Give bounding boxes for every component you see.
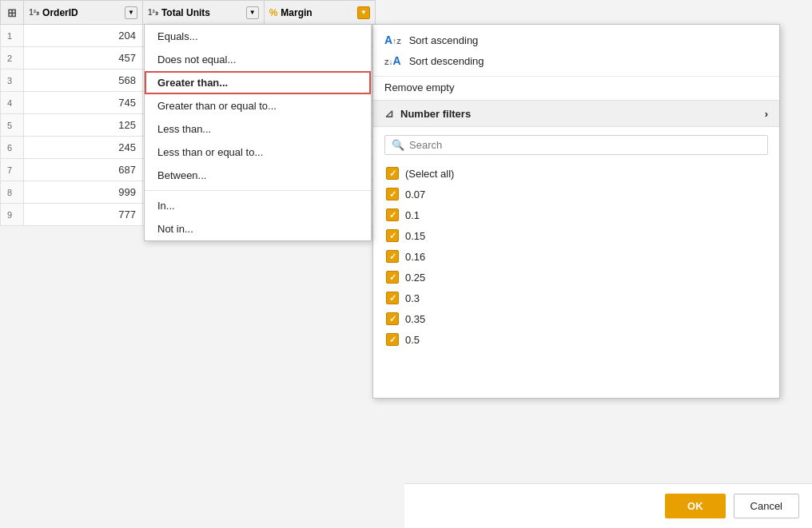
cell-orderid: 568: [24, 69, 143, 92]
cell-orderid: 457: [24, 47, 143, 69]
cell-orderid: 999: [24, 181, 143, 204]
filter-value-item[interactable]: 0.1: [384, 204, 768, 225]
table-grid-icon: ⊞: [7, 6, 17, 19]
funnel-icon: ⊿: [384, 107, 394, 120]
remove-empty-label: Remove empty: [384, 81, 454, 93]
filter-dropdown: Equals... Does not equal... Greater than…: [144, 24, 372, 241]
row-number: 1: [1, 25, 24, 47]
sort-ascending-icon: A↑Z: [384, 34, 401, 46]
column-header-orderid[interactable]: 1²₃ OrderID ▼: [24, 1, 143, 25]
filter-less-than-or-equal[interactable]: Less than or equal to...: [145, 141, 371, 164]
checkbox-v015: [386, 229, 399, 242]
checkbox-v035: [386, 312, 399, 325]
search-input[interactable]: [409, 139, 761, 151]
filter-between[interactable]: Between...: [145, 164, 371, 187]
right-panel: A↑Z Sort ascending Z↓A Sort descending R…: [372, 24, 780, 399]
search-box[interactable]: 🔍: [384, 135, 768, 155]
row-number: 7: [1, 159, 24, 181]
search-icon: 🔍: [392, 139, 404, 151]
column-header-margin[interactable]: % Margin ▼: [264, 1, 375, 25]
checkbox-v01: [386, 208, 399, 221]
row-number: 4: [1, 92, 24, 114]
sort-descending-label: Sort descending: [409, 55, 484, 67]
main-container: ⊞ 1²₃ OrderID ▼ 1²₃ Total Units ▼: [0, 0, 812, 528]
totalunits-type-icon: 1²₃: [148, 8, 158, 17]
cell-orderid: 777: [24, 204, 143, 226]
filter-not-in[interactable]: Not in...: [145, 217, 371, 240]
menu-separator: [145, 190, 371, 191]
sort-ascending-item[interactable]: A↑Z Sort ascending: [384, 30, 768, 50]
row-number: 5: [1, 114, 24, 137]
cell-orderid: 687: [24, 159, 143, 181]
filter-does-not-equal[interactable]: Does not equal...: [145, 48, 371, 71]
value-label-v03: 0.3: [405, 292, 420, 304]
cell-orderid: 125: [24, 114, 143, 137]
checkbox-v016: [386, 250, 399, 263]
filter-equals[interactable]: Equals...: [145, 25, 371, 48]
values-list: (Select all) 0.07 0.1 0.15 0.16 0.25 0.3…: [373, 163, 779, 350]
value-label-v016: 0.16: [405, 251, 425, 263]
sort-ascending-label: Sort ascending: [409, 34, 479, 46]
orderid-label: OrderID: [42, 7, 78, 18]
sort-section: A↑Z Sort ascending Z↓A Sort descending: [373, 25, 779, 77]
row-number: 8: [1, 181, 24, 204]
checkbox-select-all: [386, 167, 399, 180]
remove-empty-item[interactable]: Remove empty: [373, 77, 779, 101]
filter-value-item[interactable]: 0.07: [384, 184, 768, 204]
sort-descending-icon: Z↓A: [384, 54, 401, 67]
totalunits-label: Total Units: [161, 7, 210, 18]
value-label-v025: 0.25: [405, 272, 425, 284]
filter-value-item[interactable]: 0.5: [384, 329, 768, 350]
row-number: 6: [1, 137, 24, 159]
number-filters-row[interactable]: ⊿ Number filters ›: [373, 101, 779, 127]
value-label-v01: 0.1: [405, 209, 420, 221]
chevron-right-icon: ›: [765, 108, 768, 120]
checkbox-v03: [386, 292, 399, 304]
filter-value-item[interactable]: 0.35: [384, 308, 768, 329]
cell-orderid: 204: [24, 25, 143, 47]
value-label-v05: 0.5: [405, 334, 420, 346]
filter-value-item[interactable]: (Select all): [384, 163, 768, 184]
value-label-v015: 0.15: [405, 230, 425, 242]
value-label-v035: 0.35: [405, 313, 425, 325]
column-header-totalunits[interactable]: 1²₃ Total Units ▼: [143, 1, 265, 25]
value-label-v007: 0.07: [405, 189, 425, 200]
filter-value-item[interactable]: 0.15: [384, 225, 768, 246]
row-number: 3: [1, 69, 24, 92]
margin-dropdown-btn[interactable]: ▼: [357, 6, 370, 19]
cell-orderid: 245: [24, 137, 143, 159]
filter-in[interactable]: In...: [145, 194, 371, 217]
filter-value-item[interactable]: 0.16: [384, 246, 768, 267]
filter-value-item[interactable]: 0.25: [384, 267, 768, 288]
checkbox-v025: [386, 271, 399, 284]
row-number: 2: [1, 47, 24, 69]
sort-descending-item[interactable]: Z↓A Sort descending: [384, 50, 768, 71]
bottom-buttons: OK Cancel: [404, 483, 812, 528]
margin-pct-icon: %: [269, 7, 278, 18]
margin-label: Margin: [281, 7, 312, 18]
filter-greater-than-or-equal[interactable]: Greater than or equal to...: [145, 94, 371, 117]
checkbox-v007: [386, 188, 399, 200]
filter-less-than[interactable]: Less than...: [145, 117, 371, 141]
totalunits-dropdown-btn[interactable]: ▼: [246, 6, 259, 19]
cell-orderid: 745: [24, 92, 143, 114]
checkbox-v05: [386, 333, 399, 346]
orderid-type-icon: 1²₃: [29, 8, 39, 17]
orderid-dropdown-btn[interactable]: ▼: [125, 6, 137, 19]
number-filters-label: Number filters: [400, 108, 471, 120]
filter-greater-than[interactable]: Greater than...: [145, 71, 371, 94]
ok-button[interactable]: OK: [665, 494, 726, 518]
cancel-button[interactable]: Cancel: [734, 494, 799, 518]
value-label-select-all: (Select all): [405, 168, 454, 180]
row-number: 9: [1, 204, 24, 226]
filter-value-item[interactable]: 0.3: [384, 288, 768, 308]
